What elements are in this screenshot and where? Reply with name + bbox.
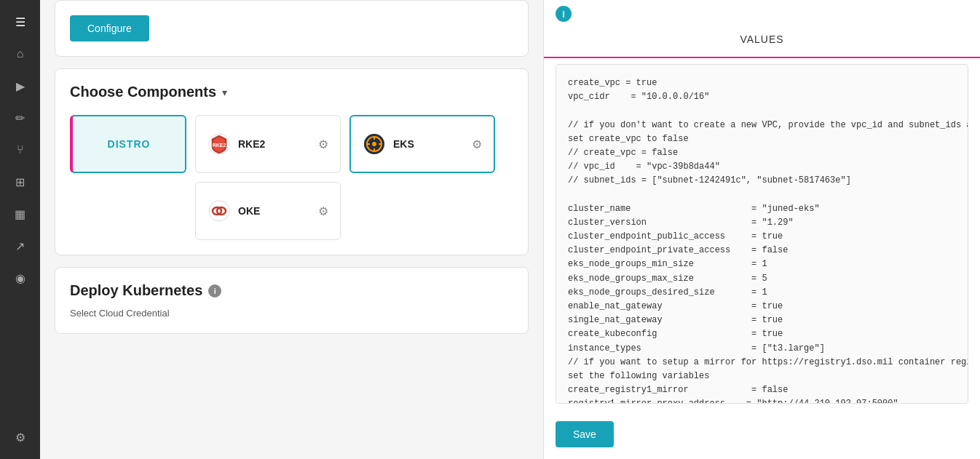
chevron-down-icon[interactable]: ▾ bbox=[222, 87, 227, 98]
configure-section: Configure bbox=[55, 0, 529, 57]
svg-point-8 bbox=[372, 142, 376, 146]
eks-gear-icon[interactable]: ⚙ bbox=[472, 137, 482, 151]
eks-name: EKS bbox=[393, 138, 414, 150]
component-grid: DISTRO RKE2 bbox=[70, 115, 513, 240]
main-content: Configure Choose Components ▾ DISTRO bbox=[40, 0, 980, 459]
info-banner-area: i bbox=[544, 0, 980, 22]
distro-label: DISTRO bbox=[108, 138, 151, 150]
values-code-area[interactable]: create_vpc = true vpc_cidr = "10.0.0.0/1… bbox=[556, 64, 968, 404]
deploy-info-icon[interactable]: i bbox=[208, 284, 221, 298]
rke2-gear-icon[interactable]: ⚙ bbox=[318, 137, 328, 151]
oke-card[interactable]: OKE ⚙ bbox=[195, 182, 341, 240]
svg-text:RKE2: RKE2 bbox=[213, 143, 226, 148]
rke2-logo: RKE2 bbox=[208, 132, 231, 156]
select-cloud-credential-label: Select Cloud Credential bbox=[70, 308, 513, 319]
left-panel: Configure Choose Components ▾ DISTRO bbox=[40, 0, 543, 459]
sidebar-icon-home[interactable]: ⌂ bbox=[7, 41, 33, 67]
info-banner-icon: i bbox=[556, 6, 572, 22]
right-panel-footer: Save bbox=[544, 410, 980, 459]
choose-components-title: Choose Components bbox=[70, 84, 216, 100]
rke2-card-left: RKE2 RKE2 bbox=[208, 132, 265, 156]
values-tab-header: VALUES bbox=[544, 22, 980, 58]
rke2-card[interactable]: RKE2 RKE2 ⚙ bbox=[195, 115, 341, 173]
distro-card[interactable]: DISTRO bbox=[70, 115, 186, 173]
eks-logo bbox=[363, 132, 386, 156]
sidebar-icon-trend[interactable]: ↗ bbox=[7, 233, 33, 259]
rke2-name: RKE2 bbox=[238, 138, 265, 150]
right-panel: i VALUES create_vpc = true vpc_cidr = "1… bbox=[543, 0, 980, 459]
values-code-text: create_vpc = true vpc_cidr = "10.0.0.0/1… bbox=[568, 76, 956, 404]
deploy-header: Deploy Kubernetes i bbox=[70, 282, 513, 299]
oke-card-left: OKE bbox=[208, 199, 260, 223]
eks-card-left: EKS bbox=[363, 132, 414, 156]
sidebar-icon-edit[interactable]: ✏ bbox=[7, 105, 33, 131]
sidebar-icon-settings[interactable]: ⚙ bbox=[7, 424, 33, 450]
sidebar-icon-grid[interactable]: ⊞ bbox=[7, 169, 33, 195]
oke-name: OKE bbox=[238, 205, 260, 217]
sidebar-icon-branch[interactable]: ⑂ bbox=[7, 137, 33, 163]
oke-gear-icon[interactable]: ⚙ bbox=[318, 204, 328, 218]
configure-button[interactable]: Configure bbox=[70, 15, 149, 41]
oke-logo bbox=[208, 199, 231, 223]
sidebar-icon-menu[interactable]: ☰ bbox=[7, 9, 33, 35]
save-button[interactable]: Save bbox=[556, 421, 614, 447]
sidebar-icon-chart[interactable]: ▦ bbox=[7, 201, 33, 227]
sidebar-icon-play[interactable]: ▶ bbox=[7, 73, 33, 99]
sidebar-icon-shield[interactable]: ◉ bbox=[7, 265, 33, 291]
deploy-title: Deploy Kubernetes bbox=[70, 282, 202, 299]
deploy-section: Deploy Kubernetes i Select Cloud Credent… bbox=[55, 267, 529, 334]
choose-components-section: Choose Components ▾ DISTRO bbox=[55, 68, 529, 255]
sidebar: ☰ ⌂ ▶ ✏ ⑂ ⊞ ▦ ↗ ◉ ⚙ bbox=[0, 0, 40, 459]
choose-components-header: Choose Components ▾ bbox=[70, 84, 513, 100]
values-tab-label[interactable]: VALUES bbox=[740, 33, 783, 45]
eks-card[interactable]: EKS ⚙ bbox=[349, 115, 495, 173]
